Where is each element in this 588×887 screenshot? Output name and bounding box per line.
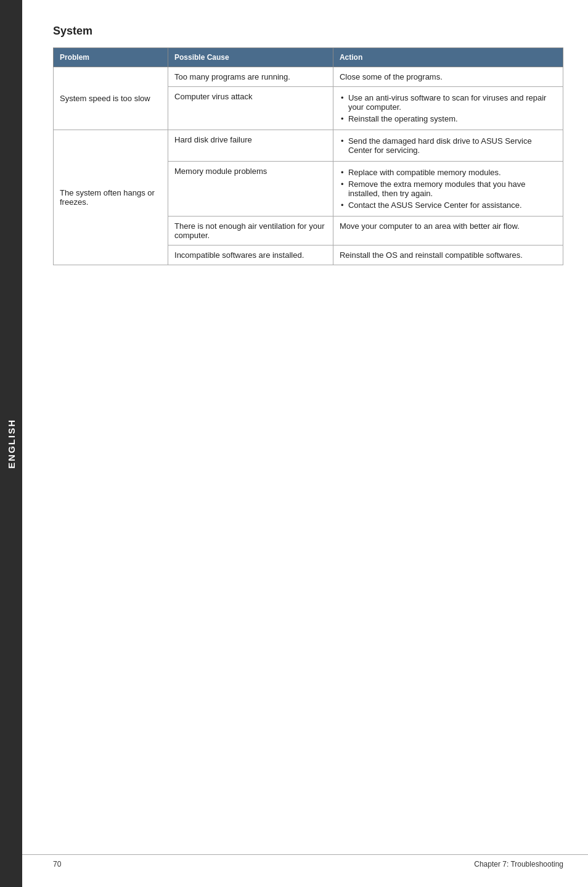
- main-content: System Problem Possible Cause Action Sys…: [22, 0, 588, 290]
- cause-cell-software: Incompatible softwares are installed.: [168, 245, 333, 265]
- action-cell-ventilation: Move your computer to an area with bette…: [333, 217, 563, 245]
- list-item: Remove the extra memory modules that you…: [340, 178, 557, 199]
- action-list-harddisk: Send the damaged hard disk drive to ASUS…: [340, 135, 557, 156]
- action-list-virus: Use an anti-virus software to scan for v…: [340, 92, 557, 125]
- cause-cell-virus: Computer virus attack: [168, 87, 333, 130]
- table-row: The system often hangs or freezes. Hard …: [54, 130, 563, 162]
- cause-cell-programs: Too many programs are running.: [168, 67, 333, 87]
- action-cell-programs: Close some of the programs.: [333, 67, 563, 87]
- list-item: Replace with compatible memory modules.: [340, 167, 557, 178]
- header-action: Action: [333, 48, 563, 67]
- list-item: Contact the ASUS Service Center for assi…: [340, 199, 557, 211]
- action-list-memory: Replace with compatible memory modules. …: [340, 167, 557, 211]
- table-row: System speed is too slow Too many progra…: [54, 67, 563, 87]
- sidebar-label: ENGLISH: [6, 419, 17, 469]
- sidebar: ENGLISH: [0, 0, 22, 887]
- header-problem: Problem: [54, 48, 168, 67]
- page-number: 70: [53, 860, 61, 868]
- action-cell-software: Reinstall the OS and reinstall compatibl…: [333, 245, 563, 265]
- cause-cell-memory: Memory module problems: [168, 162, 333, 217]
- header-possible-cause: Possible Cause: [168, 48, 333, 67]
- chapter-label: Chapter 7: Troubleshooting: [474, 860, 563, 868]
- table-header-row: Problem Possible Cause Action: [54, 48, 563, 67]
- problem-cell-slow: System speed is too slow: [54, 67, 168, 130]
- section-title: System: [53, 25, 563, 38]
- cause-cell-harddisk: Hard disk drive failure: [168, 130, 333, 162]
- list-item: Use an anti-virus software to scan for v…: [340, 92, 557, 113]
- problem-cell-hangs: The system often hangs or freezes.: [54, 130, 168, 265]
- action-cell-memory: Replace with compatible memory modules. …: [333, 162, 563, 217]
- action-cell-harddisk: Send the damaged hard disk drive to ASUS…: [333, 130, 563, 162]
- action-cell-virus: Use an anti-virus software to scan for v…: [333, 87, 563, 130]
- cause-cell-ventilation: There is not enough air ventilation for …: [168, 217, 333, 245]
- troubleshooting-table: Problem Possible Cause Action System spe…: [53, 47, 563, 265]
- footer: 70 Chapter 7: Troubleshooting: [22, 854, 588, 868]
- list-item: Reinstall the operating system.: [340, 113, 557, 125]
- list-item: Send the damaged hard disk drive to ASUS…: [340, 135, 557, 156]
